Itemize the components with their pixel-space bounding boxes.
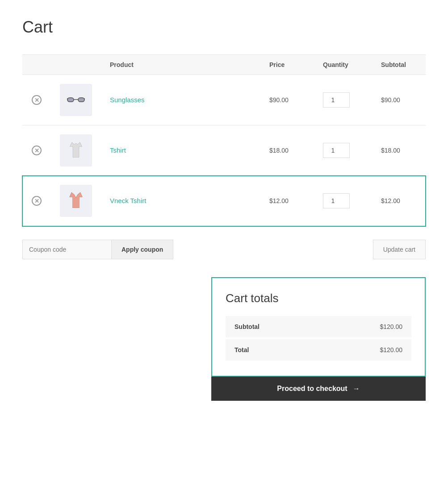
coupon-row: Apply coupon Update cart xyxy=(22,240,426,259)
col-header-product: Product xyxy=(101,55,260,75)
product-link-sunglasses[interactable]: Sunglasses xyxy=(110,96,145,104)
col-header-thumb xyxy=(51,55,101,75)
thumb-cell-sunglasses xyxy=(51,75,101,125)
cart-totals-box: Cart totals Subtotal $120.00 Total $120.… xyxy=(211,277,426,377)
table-row-vneck-tshirt: ✕ Vneck Tshirt $12.00 $12.00 xyxy=(22,176,426,226)
col-header-price: Price xyxy=(260,55,314,75)
quantity-input-sunglasses[interactable] xyxy=(323,92,350,108)
table-row-sunglasses: ✕ Sunglasses $90.00 $90.00 xyxy=(22,75,426,125)
apply-coupon-button[interactable]: Apply coupon xyxy=(112,240,173,259)
remove-button-vneck-tshirt[interactable]: ✕ xyxy=(31,195,42,206)
update-cart-button[interactable]: Update cart xyxy=(373,240,426,259)
col-header-subtotal: Subtotal xyxy=(372,55,426,75)
product-thumb-tshirt xyxy=(60,134,92,166)
subtotal-row: Subtotal $120.00 xyxy=(226,316,411,337)
page-title: Cart xyxy=(22,18,426,37)
subtotal-value: $120.00 xyxy=(380,323,402,330)
product-thumb-sunglasses xyxy=(60,84,92,116)
totals-table: Subtotal $120.00 Total $120.00 xyxy=(226,316,411,361)
col-header-remove xyxy=(22,55,51,75)
svg-rect-6 xyxy=(78,98,84,102)
checkout-label: Proceed to checkout xyxy=(277,385,347,393)
product-name-cell-tshirt: Tshirt xyxy=(101,125,260,176)
quantity-input-tshirt[interactable] xyxy=(323,143,350,158)
remove-icon-sunglasses: ✕ xyxy=(32,95,42,105)
thumb-cell-vneck-tshirt xyxy=(51,176,101,226)
remove-cell-vneck-tshirt: ✕ xyxy=(22,176,51,226)
product-link-vneck-tshirt[interactable]: Vneck Tshirt xyxy=(110,197,146,204)
remove-icon-tshirt: ✕ xyxy=(32,145,42,155)
quantity-input-vneck-tshirt[interactable] xyxy=(323,193,350,208)
svg-line-4 xyxy=(84,98,85,100)
total-value: $120.00 xyxy=(380,346,402,353)
remove-button-sunglasses[interactable]: ✕ xyxy=(31,95,42,105)
table-row-tshirt: ✕ Tshirt $18.00 $18.00 xyxy=(22,125,426,176)
checkout-button[interactable]: Proceed to checkout → xyxy=(211,377,426,401)
subtotal-cell-vneck-tshirt: $12.00 xyxy=(372,176,426,226)
remove-icon-vneck-tshirt: ✕ xyxy=(32,196,42,206)
subtotal-label: Subtotal xyxy=(234,323,260,330)
svg-marker-8 xyxy=(70,142,82,157)
cart-totals-wrapper: Cart totals Subtotal $120.00 Total $120.… xyxy=(22,277,426,377)
quantity-cell-vneck-tshirt xyxy=(314,176,372,226)
price-cell-vneck-tshirt: $12.00 xyxy=(260,176,314,226)
svg-rect-5 xyxy=(67,98,74,102)
total-row: Total $120.00 xyxy=(226,339,411,361)
price-cell-tshirt: $18.00 xyxy=(260,125,314,176)
cart-table: Product Price Quantity Subtotal ✕ xyxy=(22,54,426,226)
price-cell-sunglasses: $90.00 xyxy=(260,75,314,125)
checkout-arrow-icon: → xyxy=(353,385,360,393)
cart-totals-title: Cart totals xyxy=(226,291,411,305)
remove-button-tshirt[interactable]: ✕ xyxy=(31,145,42,156)
checkout-bar: Proceed to checkout → xyxy=(22,377,426,401)
quantity-cell-tshirt xyxy=(314,125,372,176)
svg-marker-10 xyxy=(70,193,82,208)
total-label: Total xyxy=(234,346,249,353)
svg-line-3 xyxy=(67,98,67,100)
coupon-left: Apply coupon xyxy=(22,240,173,259)
col-header-quantity: Quantity xyxy=(314,55,372,75)
subtotal-cell-tshirt: $18.00 xyxy=(372,125,426,176)
remove-cell-sunglasses: ✕ xyxy=(22,75,51,125)
coupon-input[interactable] xyxy=(22,240,112,259)
product-link-tshirt[interactable]: Tshirt xyxy=(110,146,126,154)
subtotal-cell-sunglasses: $90.00 xyxy=(372,75,426,125)
thumb-cell-tshirt xyxy=(51,125,101,176)
product-thumb-vneck-tshirt xyxy=(60,185,92,217)
product-name-cell-sunglasses: Sunglasses xyxy=(101,75,260,125)
quantity-cell-sunglasses xyxy=(314,75,372,125)
remove-cell-tshirt: ✕ xyxy=(22,125,51,176)
product-name-cell-vneck-tshirt: Vneck Tshirt xyxy=(101,176,260,226)
